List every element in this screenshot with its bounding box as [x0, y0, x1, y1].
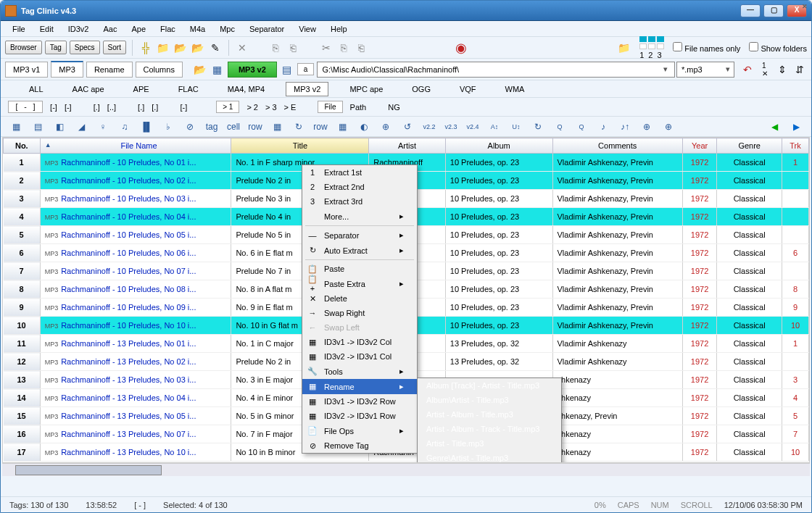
submenu-item[interactable]: Artist - Album - Track - Title.mp3 [418, 422, 561, 436]
menu-help[interactable]: Help [325, 23, 353, 35]
menu-item-fileops[interactable]: 📄File Ops▸ [302, 423, 417, 438]
copy-icon[interactable]: ⎘ [268, 41, 283, 55]
menu-item-id3v2id3v1row[interactable]: ▦ID3v2 -> ID3v1 Row [302, 409, 417, 423]
minimize-button[interactable]: — [740, 4, 761, 17]
column-header-year[interactable]: Year [682, 138, 716, 154]
cell-comments[interactable]: shkenazy [552, 443, 682, 462]
bracket-2[interactable]: [-] [65, 103, 72, 112]
cell-year[interactable]: 1972 [682, 208, 716, 226]
path-dropdown-icon[interactable]: ▾ [663, 64, 668, 74]
menu-id3v2[interactable]: ID3v2 [62, 23, 95, 35]
cell-trk[interactable]: 5 [782, 407, 809, 425]
cell-album[interactable]: 10 Preludes, op. 23 [445, 172, 552, 190]
cell-comments[interactable]: shkenazy [552, 371, 682, 389]
format-tab-wma[interactable]: WMA [497, 82, 533, 96]
cell-filename[interactable]: MP3Rachmaninoff - 10 Preludes, No 10 i..… [40, 317, 231, 335]
cell-year[interactable]: 1972 [682, 335, 716, 353]
cell-genre[interactable]: Classical [717, 172, 782, 190]
specs-button[interactable]: Specs [70, 41, 100, 54]
menu-item-tools[interactable]: 🔧Tools▸ [302, 364, 417, 379]
tool-icon-15[interactable]: ▦ [334, 119, 350, 135]
menu-item-swapright[interactable]: →Swap Right [302, 306, 417, 320]
submenu-item[interactable]: Genre\Artist - Title.mp3 [418, 451, 561, 463]
cell-year[interactable]: 1972 [682, 371, 716, 389]
show-folders-check[interactable]: Show folders [749, 42, 807, 53]
format-tab-ogg[interactable]: OGG [404, 82, 439, 96]
submenu-item[interactable]: Artist - Album - Title.mp3 [418, 407, 561, 422]
format-tab-mpcape[interactable]: MPC ape [341, 82, 391, 96]
cell-album[interactable]: 13 Preludes, op. 32 [445, 353, 552, 371]
folder-nav-icon[interactable]: 📂 [191, 41, 205, 55]
tool-icon-21[interactable]: v2.4 [465, 119, 481, 135]
cell-comments[interactable]: Vladimir Ashkenazy, Previn [552, 226, 682, 244]
tool-icon-28[interactable]: ♪↑ [617, 119, 633, 135]
horizontal-scrollbar[interactable] [2, 463, 810, 476]
tool-icon-8[interactable]: ⊘ [182, 119, 198, 135]
cell-filename[interactable]: MP3Rachmaninoff - 13 Preludes, No 01 i..… [40, 335, 231, 353]
column-header-trk[interactable]: Trk [782, 138, 809, 154]
collapse-icon[interactable]: ⇵ [792, 62, 807, 77]
menu-mpc[interactable]: Mpc [214, 23, 241, 35]
swirl-icon[interactable]: ◉ [454, 41, 468, 55]
tool-icon-3[interactable]: ◢ [73, 119, 89, 135]
menu-item-rename[interactable]: ▦Rename▸Album [Track] - Artist - Title.m… [302, 379, 417, 394]
cell-trk[interactable] [782, 262, 809, 280]
menu-item-more[interactable]: More...▸ [302, 209, 417, 224]
cell-genre[interactable]: Classical [717, 389, 782, 407]
cell-comments[interactable]: Vladimir Ashkenazy, Previn [552, 262, 682, 280]
split-icon[interactable]: ╬ [138, 41, 153, 55]
menu-view[interactable]: View [293, 23, 322, 35]
cell-genre[interactable]: Classical [717, 353, 782, 371]
cell-trk[interactable]: 9 [782, 299, 809, 317]
cell-trk[interactable]: 4 [782, 389, 809, 407]
tool-icon-22[interactable]: A↕ [486, 119, 502, 135]
bracket-7[interactable]: [-] [180, 103, 187, 112]
tool-icon-2[interactable]: ◧ [51, 119, 67, 135]
cell-trk[interactable] [782, 226, 809, 244]
cell-filename[interactable]: MP3Rachmaninoff - 10 Preludes, No 07 i..… [40, 262, 231, 280]
cell-genre[interactable]: Classical [717, 262, 782, 280]
submenu-item[interactable]: Album [Track] - Artist - Title.mp3 [418, 378, 561, 393]
cell-genre[interactable]: Classical [717, 280, 782, 299]
cell-year[interactable]: 1972 [682, 190, 716, 208]
pen-icon[interactable]: ✎ [208, 41, 223, 55]
cut-icon[interactable]: ✂ [319, 41, 334, 55]
bracket-1[interactable]: [-] [50, 103, 57, 112]
menu-item-separator[interactable]: —Separator▸ [302, 228, 417, 243]
cell-filename[interactable]: MP3Rachmaninoff - 10 Preludes, No 03 i..… [40, 190, 231, 208]
menu-edit[interactable]: Edit [34, 23, 59, 35]
menu-aac[interactable]: Aac [97, 23, 123, 35]
cell-year[interactable]: 1972 [682, 425, 716, 443]
cell-filename[interactable]: MP3Rachmaninoff - 10 Preludes, No 04 i..… [40, 208, 231, 226]
format-tab-flac[interactable]: FLAC [170, 82, 207, 96]
cell-genre[interactable]: Classical [717, 407, 782, 425]
menu-item-extract1st[interactable]: 1Extract 1st [302, 165, 417, 180]
tool-icon-24[interactable]: ↻ [530, 119, 546, 135]
ng-button[interactable]: NG [388, 103, 400, 112]
tool-icon-32[interactable]: ▶ [788, 119, 804, 135]
cell-genre[interactable]: Classical [717, 371, 782, 389]
submenu-item[interactable]: Artist - Title.mp3 [418, 436, 561, 451]
tool-icon-29[interactable]: ⊕ [639, 119, 655, 135]
bracket-6[interactable]: [.] [152, 103, 158, 112]
column-header-album[interactable]: Album [445, 138, 552, 154]
path-toggle-button[interactable]: Path [350, 103, 367, 112]
cell-filename[interactable]: MP3Rachmaninoff - 10 Preludes, No 05 i..… [40, 226, 231, 244]
tool-icon-4[interactable]: ♀ [95, 119, 111, 135]
cell-trk[interactable]: 10 [782, 443, 809, 462]
cell-album[interactable]: 10 Preludes, op. 23 [445, 299, 552, 317]
menu-item-pasteextra[interactable]: 📋+Paste Extra▸ [302, 276, 417, 291]
cell-album[interactable]: 10 Preludes, op. 23 [445, 208, 552, 226]
cell-trk[interactable]: 1 [782, 335, 809, 353]
cell-genre[interactable]: Classical [717, 317, 782, 335]
bracket-btn-0[interactable]: [ - ] [8, 101, 43, 113]
tab-rename[interactable]: Rename [86, 62, 133, 78]
cell-comments[interactable]: Vladimir Ashkenazy, Previn [552, 190, 682, 208]
tab-mp3[interactable]: MP3 [51, 61, 83, 78]
cell-year[interactable]: 1972 [682, 172, 716, 190]
cell-comments[interactable]: shkenazy [552, 425, 682, 443]
tool-icon-17[interactable]: ⊕ [378, 119, 394, 135]
mp3v2-button[interactable]: MP3 v2 [228, 62, 277, 78]
cell-comments[interactable]: Vladimir Ashkenazy [552, 353, 682, 371]
submenu-item[interactable]: Album\Artist - Title.mp3 [418, 393, 561, 407]
